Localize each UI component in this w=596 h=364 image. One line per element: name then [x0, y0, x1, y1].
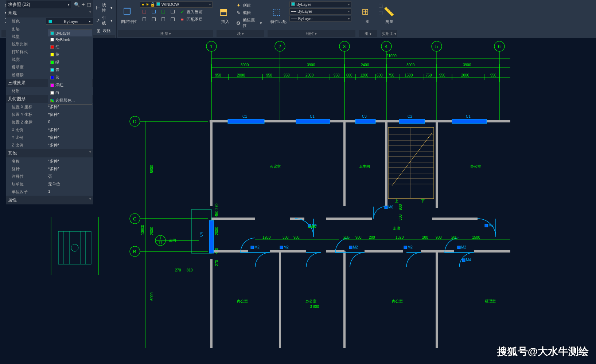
svg-text:950: 950 — [215, 73, 221, 77]
table-btn[interactable]: ⊞表格 — [94, 27, 114, 34]
svg-text:2400: 2400 — [361, 63, 369, 67]
svg-text:C1: C1 — [310, 114, 315, 118]
svg-text:M2: M2 — [408, 245, 413, 249]
svg-text:1200: 1200 — [360, 73, 369, 77]
prop-row[interactable]: 注释性否 — [6, 173, 93, 180]
svg-text:办公室: 办公室 — [392, 299, 403, 303]
pickadd-icon[interactable]: ✦ — [81, 2, 85, 7]
prop-row[interactable]: 名称*多种* — [6, 157, 93, 165]
linear-btn[interactable]: ⊢线性▾ — [94, 1, 114, 14]
panel-util[interactable]: 实用工 — [381, 30, 397, 37]
svg-text:2000: 2000 — [305, 73, 314, 77]
match-icon: ⬚ — [273, 7, 284, 18]
svg-text:3: 3 — [343, 44, 346, 49]
create-btn[interactable]: ✦创建 — [234, 1, 264, 9]
svg-text:1200: 1200 — [262, 235, 271, 239]
edit-btn[interactable]: ✎编辑 — [234, 9, 264, 16]
svg-text:13800: 13800 — [141, 225, 145, 235]
prop-row[interactable]: Z 比例*多种* — [6, 141, 93, 149]
lw-dd[interactable]: ━━ ByLayer — [289, 8, 351, 15]
measure-btn[interactable]: 📏测量 — [381, 1, 397, 30]
leader-btn[interactable]: ↗引线▾ — [94, 14, 114, 27]
prop-row[interactable]: 位置 Y 坐标*多种* — [6, 111, 93, 118]
svg-text:810: 810 — [187, 268, 193, 272]
panel-block[interactable]: 块 — [217, 30, 264, 37]
svg-text:5800: 5800 — [150, 165, 154, 173]
color-option[interactable]: 青 — [48, 66, 92, 74]
svg-text:C1: C1 — [242, 114, 247, 118]
svg-rect-110 — [191, 210, 211, 253]
prop-row[interactable]: 颜色ByLayer — [6, 17, 93, 25]
section-attr[interactable]: 属性 — [6, 196, 93, 204]
color-dd[interactable]: ByLayer — [289, 1, 351, 7]
svg-text:M2: M2 — [353, 245, 358, 249]
svg-text:C2: C2 — [408, 114, 412, 118]
svg-rect-111 — [228, 119, 264, 124]
editattr-btn[interactable]: ⚙编辑属性▾ — [234, 17, 264, 29]
svg-text:21000: 21000 — [386, 54, 397, 58]
svg-text:900: 900 — [293, 235, 300, 239]
color-option[interactable]: 选择颜色... — [48, 97, 92, 104]
lt-dd[interactable]: ── ByLayer — [289, 16, 351, 21]
svg-rect-148 — [349, 246, 352, 249]
section-other[interactable]: 其他 — [6, 149, 93, 157]
svg-text:950: 950 — [284, 73, 290, 77]
layerprops-btn[interactable]: ❒图层特性 — [119, 1, 139, 30]
svg-text:1500: 1500 — [472, 235, 480, 239]
color-option[interactable]: 黄 — [48, 51, 92, 58]
prop-row[interactable]: 单位因子1 — [6, 188, 93, 196]
insert-btn[interactable]: ⬒插入 — [217, 1, 233, 30]
svg-text:1820: 1820 — [396, 235, 404, 239]
svg-text:D: D — [133, 119, 136, 124]
panel-props[interactable]: 特性 — [268, 30, 355, 37]
svg-text:2000: 2000 — [461, 73, 470, 77]
layer-dropdown[interactable]: ● ☀ 🔓 WINDOW — [140, 1, 213, 8]
panel-group[interactable]: 组 — [359, 30, 377, 37]
qselect-icon[interactable]: 🔍 — [74, 2, 80, 7]
select-icon[interactable]: ⬚ — [87, 2, 91, 7]
panel-layers[interactable]: 图层 — [118, 30, 213, 37]
color-option[interactable]: 洋红 — [48, 81, 92, 89]
color-popup: ByLayerByBlock红黄绿青蓝洋红白选择颜色... — [48, 30, 92, 105]
prop-row[interactable]: 块单位无单位 — [6, 180, 93, 188]
svg-text:6000: 6000 — [150, 292, 154, 301]
svg-text:270: 270 — [215, 203, 219, 210]
prop-row[interactable]: Y 比例*多种* — [6, 134, 93, 141]
svg-text:1500: 1500 — [308, 224, 316, 228]
color-option[interactable]: ByBlock — [48, 36, 92, 43]
svg-text:900: 900 — [398, 204, 402, 210]
svg-point-188 — [71, 244, 78, 251]
svg-text:11: 11 — [158, 241, 163, 245]
svg-text:3900: 3900 — [241, 63, 249, 67]
grid-bubbles-top: 1 2 3 4 5 6 — [206, 41, 505, 51]
svg-text:1: 1 — [210, 44, 213, 49]
prop-row[interactable]: 位置 Z 坐标0 — [6, 118, 93, 126]
svg-text:950: 950 — [334, 73, 340, 77]
svg-text:C4: C4 — [199, 232, 203, 237]
svg-text:M2: M2 — [284, 245, 289, 249]
svg-text:3900: 3900 — [307, 63, 315, 67]
stairs: 上 下 — [388, 128, 434, 203]
group-btn[interactable]: ⊞组 — [359, 1, 375, 30]
color-option[interactable]: 绿 — [48, 58, 92, 66]
prop-row[interactable]: X 比例*多种* — [6, 126, 93, 134]
matchprops-btn[interactable]: ⬚特性匹配 — [268, 1, 289, 30]
svg-text:下: 下 — [421, 199, 425, 203]
svg-rect-142 — [485, 224, 488, 227]
makecur-btn[interactable]: ✓置为当前 — [178, 8, 204, 15]
svg-rect-115 — [355, 119, 375, 124]
svg-text:3000: 3000 — [406, 63, 415, 67]
prop-row[interactable]: 旋转*多种* — [6, 165, 93, 173]
color-option[interactable]: 红 — [48, 43, 92, 51]
svg-text:M4: M4 — [466, 258, 471, 262]
svg-text:C: C — [133, 216, 136, 222]
color-option[interactable]: ByLayer — [48, 30, 92, 36]
layers-icon: ❒ — [123, 7, 135, 18]
matchlayer-btn[interactable]: ≡匹配图层 — [178, 16, 204, 23]
section-general[interactable]: 常规 — [6, 9, 93, 17]
color-option[interactable]: 白 — [48, 89, 92, 97]
svg-text:450: 450 — [215, 211, 219, 217]
color-option[interactable]: 蓝 — [48, 74, 92, 81]
svg-text:3 800: 3 800 — [310, 305, 319, 309]
selection-dropdown[interactable]: 块参照 (22) — [7, 1, 71, 8]
